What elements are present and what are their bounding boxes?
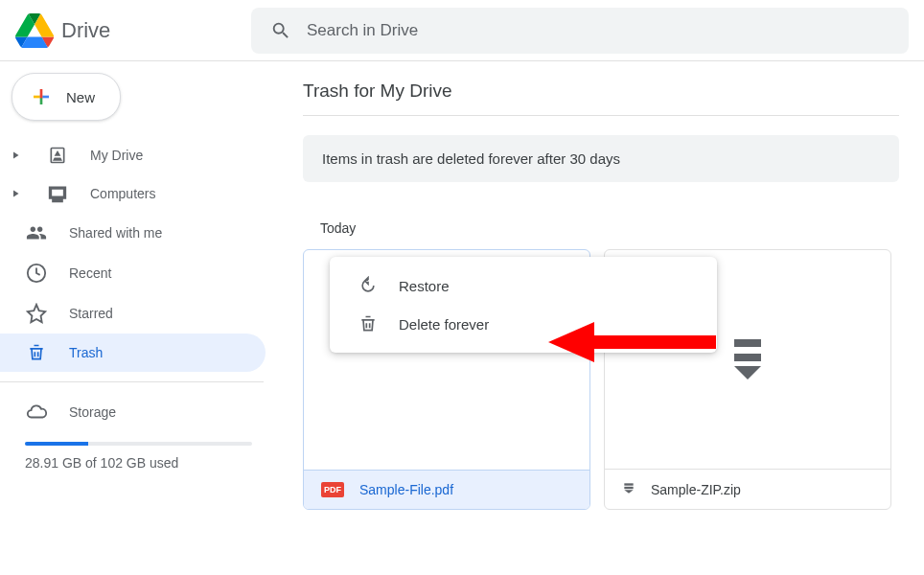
menu-item-restore[interactable]: Restore bbox=[330, 266, 717, 305]
main-container: New My Drive Computers Shared with bbox=[0, 61, 924, 575]
computers-icon bbox=[46, 184, 69, 203]
sidebar-item-label: Trash bbox=[69, 345, 103, 360]
logo-section[interactable]: Drive bbox=[15, 13, 251, 48]
zip-small-icon bbox=[622, 481, 635, 497]
sidebar-divider bbox=[0, 381, 264, 382]
storage-bar bbox=[25, 442, 252, 446]
sidebar-item-label: Starred bbox=[69, 306, 113, 321]
search-bar[interactable]: Search in Drive bbox=[251, 8, 909, 54]
restore-icon bbox=[358, 276, 378, 295]
new-button-label: New bbox=[66, 89, 95, 105]
section-label: Today bbox=[320, 220, 899, 236]
zip-icon-line bbox=[734, 354, 761, 361]
context-menu: Restore Delete forever bbox=[330, 257, 717, 353]
svg-rect-0 bbox=[624, 483, 633, 485]
my-drive-icon bbox=[46, 146, 69, 165]
zip-icon-caret bbox=[734, 365, 761, 380]
sidebar-item-my-drive[interactable]: My Drive bbox=[0, 136, 277, 174]
sidebar-item-trash[interactable]: Trash bbox=[0, 334, 266, 372]
sidebar-item-shared[interactable]: Shared with me bbox=[0, 213, 277, 253]
drive-logo-icon bbox=[15, 13, 54, 48]
app-name: Drive bbox=[61, 18, 110, 43]
cloud-icon bbox=[25, 402, 48, 423]
page-title: Trash for My Drive bbox=[303, 80, 899, 116]
file-name: Sample-File.pdf bbox=[359, 482, 453, 497]
sidebar-item-label: My Drive bbox=[90, 148, 143, 163]
menu-item-label: Delete forever bbox=[399, 316, 489, 333]
recent-icon bbox=[25, 263, 48, 284]
app-header: Drive Search in Drive bbox=[0, 0, 924, 61]
storage-used-text: 28.91 GB of 102 GB used bbox=[0, 451, 277, 474]
trash-icon bbox=[25, 343, 48, 362]
content-area: Trash for My Drive Items in trash are de… bbox=[278, 61, 924, 575]
file-name: Sample-ZIP.zip bbox=[651, 482, 741, 497]
new-button[interactable]: New bbox=[12, 73, 121, 121]
file-grid: PDF Sample-File.pdf Sample-ZIP.zip bbox=[303, 249, 899, 510]
expand-caret-icon[interactable] bbox=[6, 150, 25, 161]
search-placeholder: Search in Drive bbox=[307, 21, 418, 40]
file-footer: PDF Sample-File.pdf bbox=[304, 470, 589, 509]
shared-icon bbox=[25, 222, 48, 243]
pdf-icon: PDF bbox=[321, 482, 344, 497]
sidebar-item-label: Storage bbox=[69, 404, 116, 420]
svg-rect-1 bbox=[624, 487, 633, 489]
zip-icon-line bbox=[734, 339, 761, 347]
trash-icon bbox=[358, 314, 378, 334]
sidebar-item-label: Computers bbox=[90, 186, 155, 201]
expand-caret-icon[interactable] bbox=[6, 188, 25, 199]
star-icon bbox=[25, 303, 48, 324]
search-icon bbox=[270, 20, 291, 41]
sidebar-item-starred[interactable]: Starred bbox=[0, 293, 277, 334]
sidebar-item-computers[interactable]: Computers bbox=[0, 174, 277, 213]
sidebar-item-label: Shared with me bbox=[69, 225, 162, 241]
sidebar-item-storage[interactable]: Storage bbox=[0, 392, 277, 432]
menu-item-label: Restore bbox=[399, 278, 450, 294]
sidebar-item-recent[interactable]: Recent bbox=[0, 253, 277, 293]
storage-bar-fill bbox=[25, 442, 88, 446]
annotation-arrow-icon bbox=[548, 318, 721, 366]
trash-notice: Items in trash are deleted forever after… bbox=[303, 135, 899, 182]
plus-icon bbox=[30, 85, 53, 108]
sidebar-item-label: Recent bbox=[69, 265, 111, 281]
sidebar: New My Drive Computers Shared with bbox=[0, 61, 278, 575]
file-footer: Sample-ZIP.zip bbox=[605, 469, 890, 509]
